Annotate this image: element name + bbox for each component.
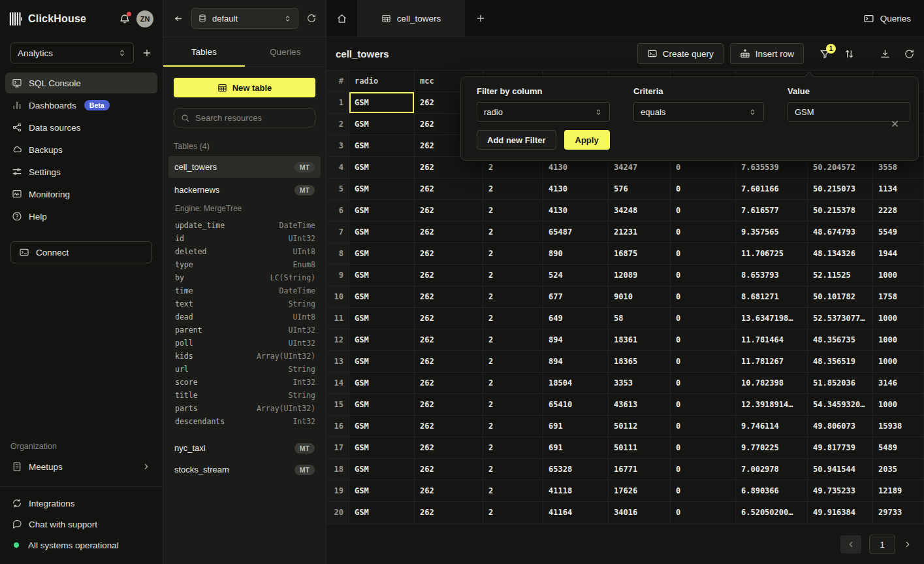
row-number[interactable]: 7 [327, 222, 349, 243]
insert-row-button[interactable]: Insert row [730, 43, 804, 64]
row-number[interactable]: 13 [327, 351, 349, 373]
sidebar-item-data-sources[interactable]: Data sources [5, 117, 157, 138]
grid-cell[interactable]: 0 [671, 480, 736, 502]
grid-cell[interactable]: 21231 [609, 222, 671, 243]
grid-cell[interactable]: 49.806073 [808, 416, 873, 437]
connect-button[interactable]: Connect [10, 241, 152, 263]
grid-cell[interactable]: 1944 [873, 243, 924, 265]
new-tab-button[interactable] [465, 0, 496, 37]
add-workspace-button[interactable] [142, 48, 152, 58]
grid-cell[interactable]: 0 [671, 178, 736, 200]
row-number[interactable]: 14 [327, 373, 349, 394]
grid-cell[interactable]: 34016 [609, 502, 671, 523]
table-item-cell-towers[interactable]: cell_towers MT [168, 156, 321, 178]
grid-cell[interactable]: 1000 [873, 351, 924, 373]
sidebar-item-dashboards[interactable]: Dashboards Beta [5, 95, 157, 116]
grid-cell[interactable]: 2 [483, 222, 543, 243]
grid-cell[interactable]: 1758 [873, 286, 924, 308]
grid-cell[interactable]: 18504 [543, 373, 609, 394]
grid-cell[interactable]: 2 [483, 437, 543, 459]
grid-cell[interactable]: 16771 [609, 459, 671, 480]
grid-cell[interactable]: GSM [349, 480, 415, 502]
close-filter-icon[interactable] [890, 119, 900, 129]
grid-cell[interactable]: GSM [349, 502, 415, 523]
grid-cell[interactable]: 0 [671, 394, 736, 416]
filter-criteria-select[interactable]: equals [633, 102, 764, 122]
grid-cell[interactable]: 11.781267 [736, 351, 808, 373]
notifications-bell-icon[interactable] [119, 13, 131, 25]
sidebar-item-sql-console[interactable]: SQL Console [5, 73, 157, 93]
row-number[interactable]: 10 [327, 286, 349, 308]
grid-cell[interactable]: 4130 [543, 178, 609, 200]
grid-cell[interactable]: 262 [415, 459, 483, 480]
grid-cell[interactable]: 0 [671, 416, 736, 437]
grid-cell[interactable]: GSM [349, 286, 415, 308]
tab-queries[interactable]: Queries [245, 37, 327, 67]
grid-cell[interactable]: 50111 [609, 437, 671, 459]
export-button[interactable] [880, 48, 891, 59]
grid-cell[interactable]: 2 [483, 265, 543, 286]
add-filter-button[interactable]: Add new Filter [477, 130, 556, 150]
grid-cell[interactable]: 894 [543, 329, 609, 351]
grid-cell[interactable]: 50.215073 [808, 178, 873, 200]
sidebar-item-chat-support[interactable]: Chat with support [5, 514, 157, 534]
filter-column-select[interactable]: radio [477, 102, 610, 122]
grid-cell[interactable]: 15938 [873, 416, 924, 437]
grid-cell[interactable]: 65410 [543, 394, 609, 416]
row-number[interactable]: 9 [327, 265, 349, 286]
grid-cell[interactable]: 1000 [873, 265, 924, 286]
grid-cell[interactable]: 4130 [543, 200, 609, 222]
grid-cell[interactable]: 262 [415, 373, 483, 394]
sidebar-item-monitoring[interactable]: Monitoring [5, 184, 157, 205]
collapse-sidebar-icon[interactable] [171, 12, 185, 25]
row-number[interactable]: 2 [327, 114, 349, 135]
sidebar-item-meetups[interactable]: Meetups [5, 456, 157, 477]
row-number[interactable]: 6 [327, 200, 349, 222]
row-number[interactable]: 20 [327, 502, 349, 523]
grid-cell[interactable]: 262 [415, 394, 483, 416]
grid-cell[interactable]: 7.601166 [736, 178, 808, 200]
system-status[interactable]: All systems operational [5, 535, 157, 555]
grid-cell[interactable]: 41118 [543, 480, 609, 502]
grid-cell[interactable]: 0 [671, 373, 736, 394]
home-tab[interactable] [327, 0, 358, 37]
grid-cell[interactable]: 1134 [873, 178, 924, 200]
grid-cell[interactable]: GSM [349, 329, 415, 351]
grid-cell[interactable]: 16875 [609, 243, 671, 265]
grid-cell[interactable]: 677 [543, 286, 609, 308]
grid-cell[interactable]: GSM [349, 394, 415, 416]
grid-cell[interactable]: 262 [415, 265, 483, 286]
grid-cell[interactable]: 48.356519 [808, 351, 873, 373]
row-number[interactable]: 17 [327, 437, 349, 459]
grid-cell[interactable]: GSM [349, 416, 415, 437]
grid-cell[interactable]: 3146 [873, 373, 924, 394]
grid-cell[interactable]: 262 [415, 437, 483, 459]
grid-cell[interactable]: 6.52050200… [736, 502, 808, 523]
grid-cell[interactable]: 0 [671, 200, 736, 222]
table-item-nyc-taxi[interactable]: nyc_taxi MT [168, 437, 321, 459]
prev-page-button[interactable] [840, 535, 861, 554]
grid-cell[interactable]: 691 [543, 416, 609, 437]
next-page-button[interactable] [903, 540, 912, 549]
grid-cell[interactable]: 50.101782 [808, 286, 873, 308]
grid-cell[interactable]: 9.746114 [736, 416, 808, 437]
grid-cell[interactable]: 2 [483, 480, 543, 502]
grid-cell[interactable]: 12089 [609, 265, 671, 286]
avatar[interactable]: ZN [136, 10, 153, 27]
table-item-hackernews[interactable]: hackernews MT [168, 179, 321, 201]
grid-cell[interactable]: 7.616577 [736, 200, 808, 222]
grid-cell[interactable]: 3353 [609, 373, 671, 394]
grid-cell[interactable]: 43613 [609, 394, 671, 416]
grid-cell[interactable]: 2 [483, 502, 543, 523]
grid-cell[interactable]: 10.782398 [736, 373, 808, 394]
row-number[interactable]: 15 [327, 394, 349, 416]
grid-cell[interactable]: GSM [349, 308, 415, 329]
grid-cell[interactable]: 262 [415, 480, 483, 502]
grid-cell[interactable]: 9010 [609, 286, 671, 308]
grid-cell[interactable]: 262 [415, 178, 483, 200]
grid-cell[interactable]: 7.002978 [736, 459, 808, 480]
grid-cell[interactable]: 691 [543, 437, 609, 459]
grid-cell[interactable]: 12189 [873, 480, 924, 502]
grid-cell[interactable]: 1000 [873, 308, 924, 329]
grid-cell[interactable]: 262 [415, 222, 483, 243]
